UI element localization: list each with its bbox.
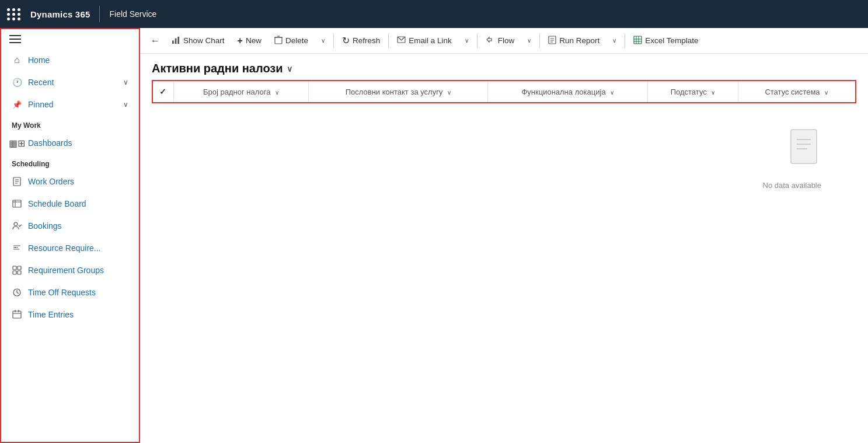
toolbar-divider-4: [539, 34, 540, 48]
flow-dropdown-button[interactable]: ∨: [521, 34, 537, 47]
col-header-substatus[interactable]: Подстатус ∨: [648, 81, 738, 103]
excel-template-label: Excel Template: [645, 36, 698, 45]
col-label: Број радног налога: [203, 88, 270, 96]
sidebar-item-label: Time Entries: [28, 310, 74, 319]
req-groups-icon: [12, 265, 22, 275]
page-title[interactable]: Активни радни налози ∨: [152, 62, 856, 75]
col-header-system-status[interactable]: Статус система ∨: [738, 81, 856, 103]
col-label: Статус система: [765, 88, 820, 96]
chevron-down-icon: ∨: [612, 37, 616, 44]
select-all-checkbox[interactable]: ✓: [152, 81, 173, 103]
chevron-down-icon: ∨: [123, 100, 128, 109]
show-chart-button[interactable]: Show Chart: [166, 32, 231, 50]
sidebar-item-label: Requirement Groups: [28, 266, 104, 275]
toolbar-divider-3: [477, 34, 477, 48]
sidebar-item-time-off-requests[interactable]: Time Off Requests: [1, 281, 139, 304]
refresh-label: Refresh: [353, 36, 380, 45]
recent-icon: [12, 77, 22, 88]
timeentry-icon: [12, 309, 22, 320]
data-table: ✓ Број радног налога ∨ Пословни контакт …: [152, 80, 856, 103]
flow-icon: [486, 35, 495, 46]
email-dropdown-button[interactable]: ∨: [459, 34, 475, 47]
hamburger-icon[interactable]: [9, 35, 21, 43]
sort-icon: ∨: [447, 89, 451, 96]
title-chevron-icon: ∨: [287, 64, 292, 74]
svg-rect-15: [18, 271, 21, 274]
svg-rect-24: [275, 37, 282, 44]
chevron-down-icon: ∨: [321, 37, 325, 44]
sidebar-item-requirement-groups[interactable]: Requirement Groups: [1, 259, 139, 281]
resource-icon: [12, 243, 22, 253]
top-bar: Dynamics 365 Field Service: [0, 0, 868, 28]
svg-rect-22: [175, 38, 177, 43]
bookings-icon: [12, 221, 22, 231]
delete-icon: [274, 36, 283, 46]
refresh-icon: ↻: [342, 35, 350, 46]
app-grid-icon[interactable]: [7, 8, 21, 20]
chevron-down-icon: ∨: [465, 37, 469, 44]
delete-label: Delete: [285, 36, 308, 45]
show-chart-icon: [172, 36, 180, 46]
sidebar-item-resource-require[interactable]: Resource Require...: [1, 237, 139, 259]
hamburger-button[interactable]: [1, 29, 139, 49]
section-scheduling: Scheduling: [1, 154, 139, 170]
excel-template-button[interactable]: Excel Template: [628, 32, 704, 50]
sidebar-item-label: Dashboards: [28, 138, 72, 148]
sidebar-item-label: Time Off Requests: [28, 288, 96, 297]
col-label: Функционална локација: [521, 88, 605, 96]
sidebar-item-pinned[interactable]: Pinned ∨: [1, 93, 139, 116]
sidebar-item-label: Home: [28, 55, 50, 65]
sidebar-item-home[interactable]: Home: [1, 49, 139, 71]
dashboard-icon: ⊞: [12, 138, 22, 148]
sort-icon: ∨: [711, 89, 715, 96]
empty-state: No data available: [152, 103, 856, 213]
sidebar-item-bookings[interactable]: Bookings: [1, 215, 139, 237]
sidebar-item-label: Resource Require...: [28, 243, 101, 253]
toolbar-divider: [333, 34, 334, 48]
run-report-dropdown-button[interactable]: ∨: [606, 34, 622, 47]
table-header-row: ✓ Број радног налога ∨ Пословни контакт …: [152, 81, 856, 103]
section-mywork: My Work: [1, 116, 139, 132]
new-button[interactable]: + New: [232, 32, 267, 50]
svg-rect-21: [172, 40, 174, 44]
sidebar-item-label: Schedule Board: [28, 199, 86, 208]
svg-point-11: [15, 247, 16, 248]
col-header-service-contact[interactable]: Пословни контакт за услугу ∨: [309, 81, 488, 103]
flow-button[interactable]: Flow: [480, 32, 521, 50]
show-chart-label: Show Chart: [183, 36, 225, 45]
col-header-functional-location[interactable]: Функционална локација ∨: [488, 81, 648, 103]
main-layout: Home Recent ∨ Pinned ∨ My Work ⊞ Dashboa…: [0, 28, 868, 443]
timeoff-icon: [12, 287, 22, 298]
chevron-down-icon: ∨: [123, 78, 128, 86]
col-label: Подстатус: [671, 88, 707, 96]
new-icon: +: [238, 36, 243, 46]
sidebar-item-dashboards[interactable]: ⊞ Dashboards: [1, 132, 139, 154]
svg-rect-17: [13, 311, 21, 318]
email-icon: [397, 36, 406, 45]
run-report-button[interactable]: Run Report: [542, 32, 605, 50]
email-link-button[interactable]: Email a Link: [391, 33, 458, 48]
svg-rect-12: [13, 266, 16, 270]
sidebar-item-schedule-board[interactable]: Schedule Board: [1, 193, 139, 215]
back-button[interactable]: ←: [146, 32, 165, 50]
sort-icon: ∨: [275, 89, 279, 96]
delete-dropdown-button[interactable]: ∨: [315, 34, 331, 47]
pinned-icon: [12, 99, 22, 110]
sidebar-item-recent[interactable]: Recent ∨: [1, 71, 139, 93]
sidebar-item-time-entries[interactable]: Time Entries: [1, 304, 139, 326]
sidebar-item-label: Bookings: [28, 221, 62, 231]
svg-rect-32: [634, 36, 642, 44]
col-header-work-order[interactable]: Број радног налога ∨: [173, 81, 309, 103]
sort-icon: ∨: [824, 89, 828, 96]
no-data-label: No data available: [763, 181, 821, 190]
svg-rect-4: [13, 200, 21, 207]
title-divider: [99, 6, 100, 22]
chevron-down-icon: ∨: [527, 37, 531, 44]
toolbar: ← Show Chart + New: [140, 28, 868, 54]
sidebar-item-label: Pinned: [28, 100, 54, 109]
svg-rect-23: [177, 36, 179, 43]
sidebar-item-work-orders[interactable]: Work Orders: [1, 170, 139, 193]
delete-button[interactable]: Delete: [269, 32, 314, 50]
refresh-button[interactable]: ↻ Refresh: [336, 32, 386, 50]
new-label: New: [246, 36, 262, 45]
